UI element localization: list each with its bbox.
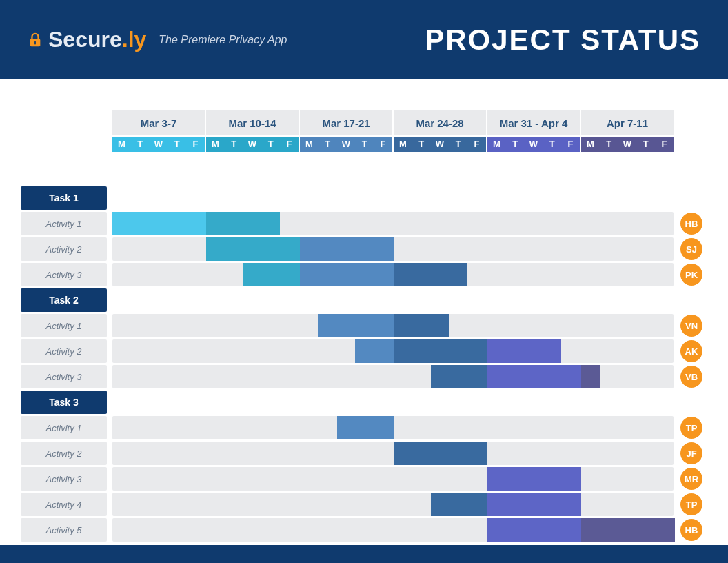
week-label: Mar 31 - Apr 4 [487, 110, 580, 137]
row-labels-column: Task 1Activity 1Activity 2Activity 3Task… [21, 186, 107, 544]
owner-avatar: VB [680, 366, 702, 388]
week-column: Mar 17-21MTWTF [300, 110, 392, 152]
logo-dot: . [122, 27, 128, 52]
activity-label: Activity 3 [21, 467, 107, 491]
day-header: M [206, 137, 225, 152]
task-header-spacer [112, 288, 674, 312]
day-header: M [112, 137, 131, 152]
activity-label: Activity 4 [21, 493, 107, 516]
gantt-bar [431, 493, 487, 516]
gantt-row [112, 493, 674, 516]
day-row: MTWTF [581, 137, 674, 152]
day-header: T [600, 137, 618, 152]
task-header: Task 2 [21, 288, 107, 312]
gantt-bar [394, 314, 449, 337]
task-header: Task 1 [21, 186, 107, 210]
gantt-row [112, 339, 674, 363]
day-header: W [431, 137, 449, 152]
task-header-spacer [112, 186, 674, 210]
day-header: F [186, 137, 205, 152]
logo-text-2: ly [128, 27, 147, 52]
day-header: T [506, 137, 525, 152]
day-header: M [300, 137, 318, 152]
day-header: F [374, 137, 392, 152]
gantt-row [112, 263, 674, 286]
owner-avatar: TP [680, 493, 702, 515]
day-header: W [243, 137, 262, 152]
day-header: T [261, 137, 280, 152]
owner-avatar: TP [680, 417, 702, 439]
gantt-bar [337, 416, 394, 439]
gantt-bar [581, 518, 675, 542]
gantt-row [112, 467, 674, 491]
day-row: MTWTF [394, 137, 486, 152]
activity-label: Activity 2 [21, 442, 107, 465]
day-header: T [449, 137, 467, 152]
gantt-bar [431, 365, 487, 388]
gantt-row [112, 416, 674, 439]
day-header: F [655, 137, 674, 152]
gantt-bar [300, 237, 394, 261]
day-header: F [561, 137, 580, 152]
gantt-bar [487, 365, 581, 388]
day-header: W [525, 137, 543, 152]
gantt-bar [487, 493, 581, 516]
week-label: Mar 10-14 [206, 110, 299, 137]
footer-bar [0, 545, 728, 563]
gantt-grid [112, 186, 674, 544]
gantt-row [112, 518, 674, 542]
page-title: PROJECT STATUS [425, 23, 700, 57]
day-header: M [581, 137, 600, 152]
owner-avatar: HB [680, 213, 702, 235]
day-header: T [168, 137, 186, 152]
day-header: W [337, 137, 356, 152]
logo-text: Secure.ly [48, 27, 146, 52]
day-header: T [543, 137, 561, 152]
day-header: T [355, 137, 374, 152]
owner-avatar: JF [680, 442, 702, 464]
gantt-bar [487, 518, 581, 542]
lock-icon [28, 32, 43, 48]
gantt-bar [355, 339, 394, 363]
gantt-bar [394, 263, 467, 286]
gantt-bar [206, 237, 300, 261]
logo: Secure.ly [28, 27, 146, 52]
task-header: Task 3 [21, 391, 107, 414]
activity-label: Activity 2 [21, 237, 107, 261]
day-header: T [225, 137, 243, 152]
week-column: Apr 7-11MTWTF [581, 110, 674, 152]
day-row: MTWTF [206, 137, 299, 152]
day-header: F [280, 137, 299, 152]
owner-avatar: AK [680, 340, 702, 362]
gantt-bar [206, 212, 280, 235]
day-header: M [394, 137, 412, 152]
week-label: Apr 7-11 [581, 110, 674, 137]
activity-label: Activity 3 [21, 263, 107, 286]
week-label: Mar 17-21 [300, 110, 392, 137]
activity-label: Activity 5 [21, 518, 107, 542]
gantt-chart: Mar 3-7MTWTFMar 10-14MTWTFMar 17-21MTWTF… [0, 79, 728, 100]
gantt-row [112, 442, 674, 465]
day-header: T [636, 137, 655, 152]
gantt-row [112, 314, 674, 337]
week-label: Mar 3-7 [112, 110, 205, 137]
gantt-row [112, 212, 674, 235]
header: Secure.ly The Premiere Privacy App PROJE… [0, 0, 728, 79]
gantt-bar [300, 263, 394, 286]
activity-label: Activity 1 [21, 212, 107, 235]
day-header: F [467, 137, 486, 152]
week-column: Mar 31 - Apr 4MTWTF [487, 110, 580, 152]
brand: Secure.ly The Premiere Privacy App [28, 27, 287, 52]
day-header: T [318, 137, 337, 152]
week-label: Mar 24-28 [394, 110, 486, 137]
timeline-header: Mar 3-7MTWTFMar 10-14MTWTFMar 17-21MTWTF… [112, 110, 674, 152]
gantt-bar [487, 467, 581, 491]
gantt-bar [318, 314, 394, 337]
week-column: Mar 3-7MTWTF [112, 110, 205, 152]
activity-label: Activity 1 [21, 416, 107, 439]
gantt-bar [243, 263, 300, 286]
activity-label: Activity 1 [21, 314, 107, 337]
tagline: The Premiere Privacy App [159, 34, 287, 46]
week-column: Mar 10-14MTWTF [206, 110, 299, 152]
owner-avatar: PK [680, 264, 702, 286]
